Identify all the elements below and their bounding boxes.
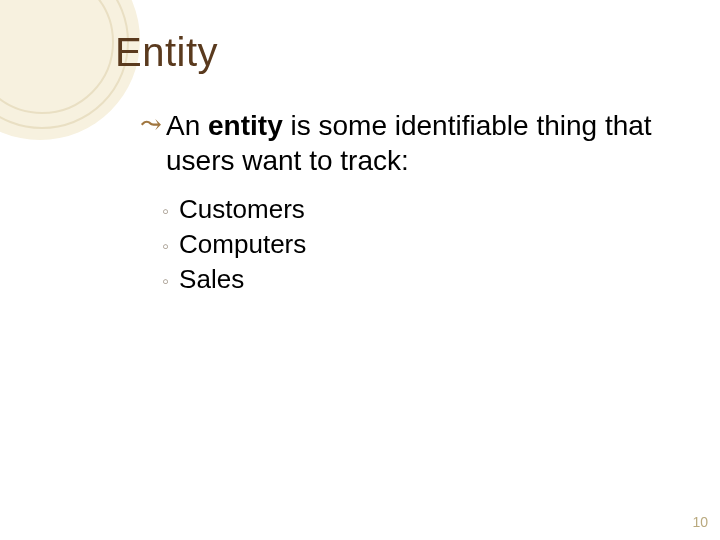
bullet-text-pre: An: [166, 110, 208, 141]
sub-list: ◦ Customers ◦ Computers ◦ Sales: [162, 192, 660, 297]
slide-body: ⤳ An entity is some identifiable thing t…: [140, 108, 660, 297]
bullet-item: ⤳ An entity is some identifiable thing t…: [140, 108, 660, 178]
list-item: ◦ Customers: [162, 192, 660, 227]
list-item-label: Customers: [179, 192, 305, 227]
list-item: ◦ Sales: [162, 262, 660, 297]
bullet-text: An entity is some identifiable thing tha…: [166, 108, 660, 178]
slide: Entity ⤳ An entity is some identifiable …: [0, 0, 720, 540]
ring-bullet-icon: ◦: [162, 268, 169, 295]
bullet-text-bold: entity: [208, 110, 283, 141]
list-item-label: Computers: [179, 227, 306, 262]
slide-title: Entity: [115, 30, 218, 75]
list-item-label: Sales: [179, 262, 244, 297]
corner-decoration: [0, 0, 130, 130]
list-item: ◦ Computers: [162, 227, 660, 262]
ring-bullet-icon: ◦: [162, 233, 169, 260]
ring-bullet-icon: ◦: [162, 198, 169, 225]
tilde-bullet-icon: ⤳: [140, 108, 162, 142]
page-number: 10: [692, 514, 708, 530]
